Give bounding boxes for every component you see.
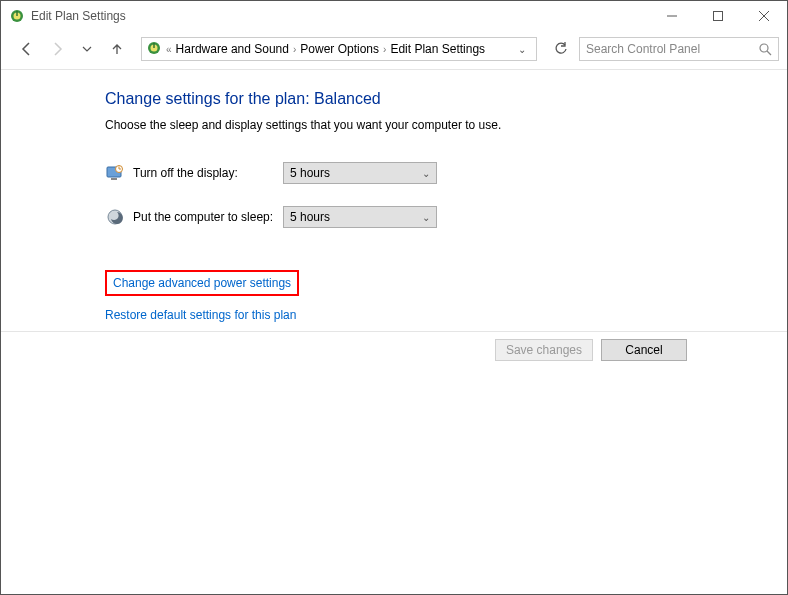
svg-line-11 (767, 51, 771, 55)
dropdown-value: 5 hours (290, 166, 330, 180)
setting-label: Turn off the display: (133, 166, 283, 180)
restore-defaults-link[interactable]: Restore default settings for this plan (105, 308, 296, 322)
footer-buttons: Save changes Cancel (495, 339, 687, 361)
dropdown-value: 5 hours (290, 210, 330, 224)
divider (1, 331, 787, 332)
svg-rect-9 (153, 43, 154, 48)
forward-button[interactable] (45, 37, 69, 61)
chevron-down-icon[interactable]: ⌄ (512, 44, 532, 55)
minimize-button[interactable] (649, 1, 695, 31)
sleep-icon (105, 207, 125, 227)
breadcrumb[interactable]: « Hardware and Sound › Power Options › E… (141, 37, 537, 61)
chevron-right-icon: › (383, 44, 386, 55)
chevron-right-icon: › (293, 44, 296, 55)
search-input[interactable]: Search Control Panel (579, 37, 779, 61)
recent-locations-button[interactable] (75, 37, 99, 61)
save-changes-button[interactable]: Save changes (495, 339, 593, 361)
refresh-button[interactable] (549, 37, 573, 61)
page-heading: Change settings for the plan: Balanced (105, 90, 787, 108)
chevron-down-icon: ⌄ (422, 212, 430, 223)
maximize-button[interactable] (695, 1, 741, 31)
cancel-button[interactable]: Cancel (601, 339, 687, 361)
power-options-icon (9, 8, 25, 24)
window-title: Edit Plan Settings (31, 9, 126, 23)
breadcrumb-prefix: « (166, 44, 172, 55)
highlight-annotation: Change advanced power settings (105, 270, 299, 296)
setting-sleep: Put the computer to sleep: 5 hours ⌄ (105, 206, 787, 228)
svg-point-10 (760, 44, 768, 52)
titlebar: Edit Plan Settings (1, 1, 787, 31)
breadcrumb-item[interactable]: Edit Plan Settings (390, 42, 485, 56)
display-icon (105, 163, 125, 183)
search-icon (758, 42, 772, 59)
close-button[interactable] (741, 1, 787, 31)
chevron-down-icon: ⌄ (422, 168, 430, 179)
display-off-dropdown[interactable]: 5 hours ⌄ (283, 162, 437, 184)
page-subtext: Choose the sleep and display settings th… (105, 118, 787, 132)
advanced-power-settings-link[interactable]: Change advanced power settings (113, 276, 291, 290)
svg-rect-13 (111, 178, 117, 180)
breadcrumb-item[interactable]: Power Options (300, 42, 379, 56)
setting-display-off: Turn off the display: 5 hours ⌄ (105, 162, 787, 184)
svg-rect-4 (714, 12, 723, 21)
power-icon (146, 40, 162, 59)
breadcrumb-item[interactable]: Hardware and Sound (176, 42, 289, 56)
navbar: « Hardware and Sound › Power Options › E… (1, 31, 787, 67)
sleep-dropdown[interactable]: 5 hours ⌄ (283, 206, 437, 228)
svg-rect-2 (16, 11, 17, 16)
search-placeholder: Search Control Panel (586, 42, 700, 56)
up-button[interactable] (105, 37, 129, 61)
setting-label: Put the computer to sleep: (133, 210, 283, 224)
content-area: Change settings for the plan: Balanced C… (1, 70, 787, 322)
back-button[interactable] (15, 37, 39, 61)
